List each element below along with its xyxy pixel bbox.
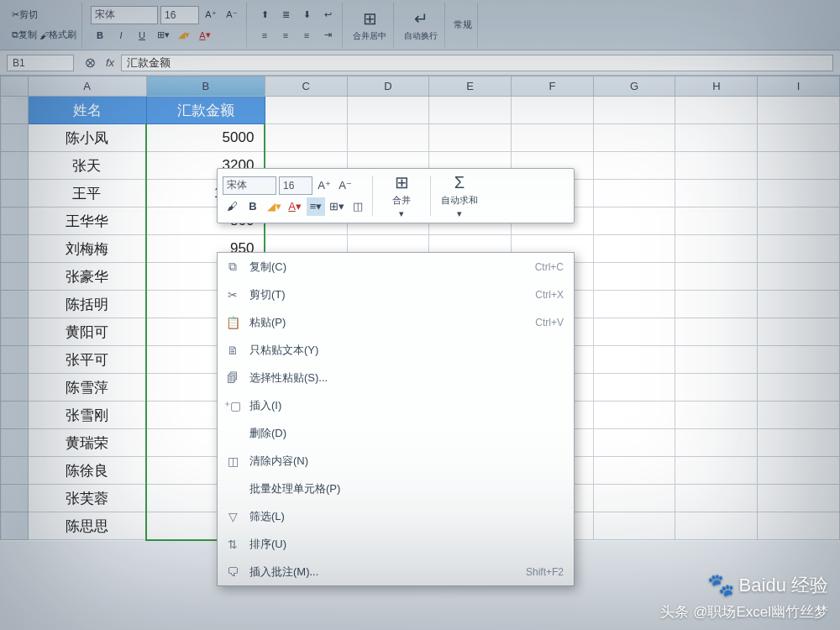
cell[interactable]: 陈雪萍 [28, 374, 146, 402]
mini-format-painter-icon[interactable]: 🖌 [223, 197, 241, 216]
ctx-paste-special[interactable]: 🗐选择性粘贴(S)... [218, 364, 574, 391]
fx-icon[interactable]: ⨂ [81, 54, 99, 72]
cell-a1[interactable]: 姓名 [28, 97, 146, 124]
font-color-button[interactable]: A▾ [196, 26, 214, 45]
increase-font-button[interactable]: A⁺ [202, 6, 220, 24]
mini-font-color-icon[interactable]: A▾ [286, 197, 304, 216]
ctx-batch[interactable]: 批量处理单元格(P) [218, 475, 574, 502]
mini-merge-button[interactable]: ⊞合并▾ [378, 174, 425, 218]
borders-button[interactable]: ⊞▾ [154, 26, 172, 45]
decrease-font-button[interactable]: A⁻ [223, 6, 241, 24]
cell[interactable]: 张豪华 [28, 263, 146, 291]
cell[interactable]: 陈思思 [28, 512, 146, 540]
cell[interactable]: 张平可 [28, 346, 146, 374]
mini-size-select[interactable] [279, 176, 312, 195]
paste-special-icon: 🗐 [224, 371, 241, 385]
italic-button[interactable]: I [112, 26, 130, 45]
cell-b1[interactable]: 汇款金额 [146, 97, 265, 124]
auto-wrap-button[interactable]: ↵自动换行 [402, 6, 439, 45]
comment-icon: 🗨 [224, 565, 241, 579]
align-middle-button[interactable]: ≣ [276, 6, 295, 24]
name-box[interactable]: B1 [7, 55, 74, 71]
cell[interactable]: 黄阳可 [28, 318, 146, 346]
mini-bold-button[interactable]: B [244, 197, 262, 216]
mini-align-icon[interactable]: ≡▾ [307, 197, 325, 216]
toutiao-watermark: 头条 @职场Excel幽竹丝梦 [660, 602, 828, 622]
format-painter-button[interactable]: 🖌 格式刷 [39, 26, 76, 45]
cell[interactable]: 陈小凤 [28, 124, 146, 152]
ctx-clear[interactable]: ◫清除内容(N) [218, 447, 574, 475]
align-bottom-button[interactable]: ⬇ [297, 6, 316, 24]
indent-button[interactable]: ⇥ [318, 26, 337, 45]
mini-border-icon[interactable]: ⊞▾ [328, 197, 346, 216]
cell[interactable]: 刘梅梅 [28, 235, 146, 263]
align-top-button[interactable]: ⬆ [255, 6, 274, 24]
font-size-select[interactable] [160, 6, 199, 24]
align-center-button[interactable]: ≡ [276, 26, 295, 45]
cell[interactable]: 张芙蓉 [28, 485, 146, 512]
fill-color-button[interactable]: ◢▾ [175, 26, 193, 45]
align-left-button[interactable]: ≡ [255, 26, 274, 45]
copy-icon: ⧉ [224, 260, 241, 274]
mini-fill-color-icon[interactable]: ◢▾ [265, 197, 283, 216]
ctx-paste-text[interactable]: 🗎只粘贴文本(Y) [218, 336, 574, 364]
baidu-watermark: 🐾Baidu 经验 [707, 572, 828, 598]
ctx-filter[interactable]: ▽筛选(L) [218, 502, 574, 530]
ctx-sort[interactable]: ⇅排序(U) [218, 530, 574, 558]
ribbon-toolbar: ✂ 剪切 ⧉ 复制 🖌 格式刷 A⁺ A⁻ B I U ⊞▾ ◢▾ A▾ ⬆ ≣… [0, 0, 840, 50]
mini-increase-font-icon[interactable]: A⁺ [315, 176, 333, 195]
cell[interactable]: 陈徐良 [28, 457, 146, 485]
mini-clear-icon[interactable]: ◫ [349, 197, 367, 216]
paw-icon: 🐾 [707, 572, 734, 598]
number-format-select[interactable]: 常规 [454, 16, 472, 34]
cell[interactable]: 张天 [28, 152, 146, 180]
cell[interactable]: 张雪刚 [28, 402, 146, 429]
filter-icon: ▽ [224, 510, 241, 523]
fx-label: fx [106, 56, 114, 69]
mini-font-select[interactable] [223, 176, 276, 195]
paste-text-icon: 🗎 [224, 344, 241, 357]
cell[interactable]: 陈括明 [28, 291, 146, 318]
formula-input[interactable]: 汇款金额 [121, 55, 833, 71]
cell[interactable]: 5000 [146, 124, 265, 152]
align-right-button[interactable]: ≡ [297, 26, 316, 45]
cell[interactable]: 王华华 [28, 207, 146, 235]
wrap-text-button[interactable]: ↩ [318, 6, 337, 24]
ctx-delete[interactable]: 删除(D) [218, 419, 574, 447]
font-family-select[interactable] [91, 6, 158, 24]
insert-icon: ⁺▢ [224, 399, 241, 412]
copy-button[interactable]: ⧉ 复制 [12, 26, 37, 45]
column-headers[interactable]: A B C D E F G H I [1, 76, 840, 97]
mini-autosum-button[interactable]: Σ自动求和▾ [436, 174, 483, 218]
formula-bar: B1 ⨂ fx 汇款金额 [0, 50, 840, 76]
cell[interactable]: 黄瑞荣 [28, 429, 146, 457]
cut-button[interactable]: ✂ 剪切 [12, 6, 38, 24]
cut-icon: ✂ [224, 288, 241, 302]
paste-icon: 📋 [224, 316, 241, 329]
cell[interactable]: 王平 [28, 180, 146, 207]
ctx-cut[interactable]: ✂剪切(T)Ctrl+X [218, 281, 574, 308]
ctx-insert[interactable]: ⁺▢插入(I) [218, 391, 574, 419]
bold-button[interactable]: B [91, 26, 109, 45]
mini-toolbar: A⁺ A⁻ 🖌 B ◢▾ A▾ ≡▾ ⊞▾ ◫ ⊞合并▾ Σ自动求和▾ [217, 168, 575, 223]
mini-decrease-font-icon[interactable]: A⁻ [336, 176, 354, 195]
context-menu: ⧉复制(C)Ctrl+C ✂剪切(T)Ctrl+X 📋粘贴(P)Ctrl+V 🗎… [217, 252, 575, 586]
clear-icon: ◫ [224, 454, 241, 468]
ctx-paste[interactable]: 📋粘贴(P)Ctrl+V [218, 308, 574, 336]
underline-button[interactable]: U [133, 26, 151, 45]
merge-cells-button[interactable]: ⊞合并居中 [351, 6, 388, 45]
sort-icon: ⇅ [224, 538, 241, 551]
ctx-comment[interactable]: 🗨插入批注(M)...Shift+F2 [218, 558, 574, 585]
ctx-copy[interactable]: ⧉复制(C)Ctrl+C [218, 253, 574, 281]
